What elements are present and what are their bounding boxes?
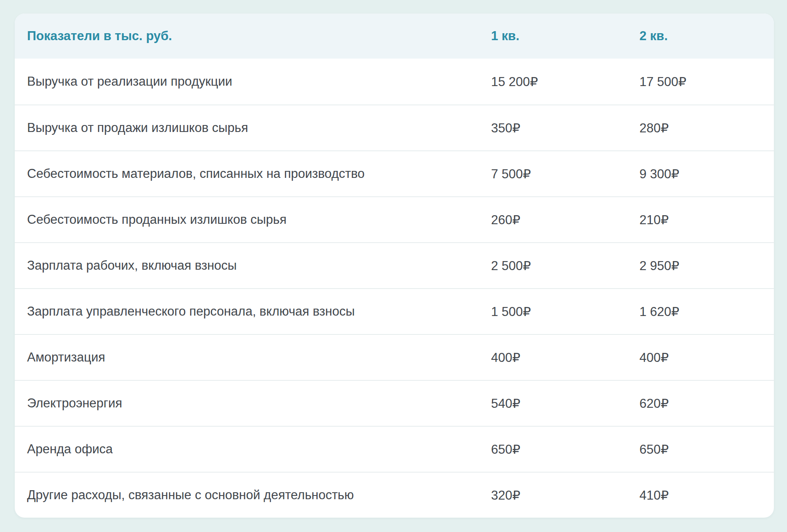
table-header-row: Показатели в тыс. руб. 1 кв. 2 кв.	[15, 14, 774, 59]
q1-value: 2 500₽	[491, 258, 639, 273]
table-row: Другие расходы, связанные с основной дея…	[15, 472, 774, 518]
table-row: Аренда офиса 650₽ 650₽	[15, 426, 774, 472]
q2-value: 400₽	[639, 350, 774, 365]
row-label: Себестоимость проданных излишков сырья	[15, 212, 491, 227]
row-label: Другие расходы, связанные с основной дея…	[15, 488, 491, 502]
q1-value: 540₽	[491, 396, 639, 411]
table-row: Амортизация 400₽ 400₽	[15, 334, 774, 380]
q2-value: 210₽	[639, 212, 774, 227]
table-row: Выручка от реализации продукции 15 200₽ …	[15, 59, 774, 105]
row-label: Зарплата рабочих, включая взносы	[15, 258, 491, 273]
q2-value: 9 300₽	[639, 166, 774, 182]
q1-value: 350₽	[491, 120, 639, 136]
q1-value: 320₽	[491, 488, 639, 503]
row-label: Себестоимость материалов, списанных на п…	[15, 166, 491, 181]
q2-value: 17 500₽	[639, 74, 774, 89]
q2-value: 280₽	[639, 120, 774, 136]
row-label: Электроэнергия	[15, 396, 491, 411]
q2-value: 1 620₽	[639, 304, 774, 319]
q2-value: 2 950₽	[639, 258, 774, 273]
table-row: Зарплата управленческого персонала, вклю…	[15, 288, 774, 334]
row-label: Амортизация	[15, 350, 491, 365]
q2-value: 410₽	[639, 488, 774, 503]
row-label: Аренда офиса	[15, 442, 491, 457]
q1-value: 400₽	[491, 350, 639, 365]
q2-value: 620₽	[639, 396, 774, 411]
q1-value: 1 500₽	[491, 304, 639, 319]
q1-value: 7 500₽	[491, 166, 639, 182]
metrics-table-card: Показатели в тыс. руб. 1 кв. 2 кв. Выруч…	[15, 14, 774, 518]
q1-value: 260₽	[491, 212, 639, 227]
table-row: Электроэнергия 540₽ 620₽	[15, 380, 774, 426]
table-row: Себестоимость материалов, списанных на п…	[15, 150, 774, 196]
row-label: Зарплата управленческого персонала, вклю…	[15, 304, 491, 319]
header-q2-label: 2 кв.	[639, 29, 774, 43]
row-label: Выручка от продажи излишков сырья	[15, 120, 491, 135]
q1-value: 15 200₽	[491, 74, 639, 89]
table-row: Себестоимость проданных излишков сырья 2…	[15, 196, 774, 242]
q1-value: 650₽	[491, 442, 639, 457]
header-q1-label: 1 кв.	[491, 29, 639, 43]
q2-value: 650₽	[639, 442, 774, 457]
table-row: Выручка от продажи излишков сырья 350₽ 2…	[15, 105, 774, 150]
header-metrics-label: Показатели в тыс. руб.	[15, 29, 491, 43]
row-label: Выручка от реализации продукции	[15, 74, 491, 89]
table-row: Зарплата рабочих, включая взносы 2 500₽ …	[15, 242, 774, 288]
